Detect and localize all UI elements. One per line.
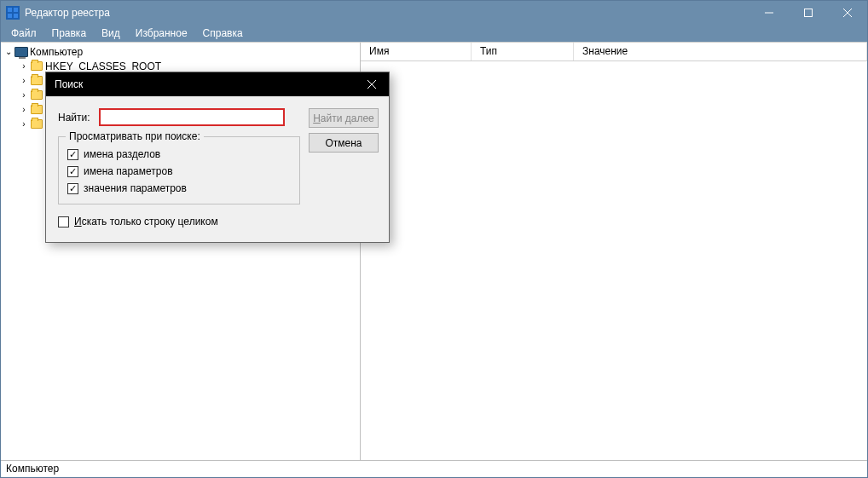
folder-icon <box>30 118 43 130</box>
checkbox-row-wholestring[interactable]: ИИскать только строку целикомскать тольк… <box>58 213 300 230</box>
chevron-right-icon[interactable]: › <box>18 105 30 114</box>
svg-rect-1 <box>805 9 813 17</box>
find-dialog: Поиск Найти: Просматривать при поиске: <box>45 72 390 243</box>
dialog-left: Найти: Просматривать при поиске: имена р… <box>58 108 300 230</box>
chevron-right-icon[interactable]: › <box>18 76 30 85</box>
app-window: Редактор реестра Файл Правка Вид Избранн… <box>0 0 868 478</box>
content-area: ⌄ Компьютер › HKEY_CLASSES_ROOT › › › <box>1 42 867 460</box>
statusbar: Компьютер <box>1 460 867 477</box>
tree-label-hkcr: HKEY_CLASSES_ROOT <box>45 60 161 72</box>
cancel-button[interactable]: Отмена <box>309 133 379 153</box>
chevron-down-icon[interactable]: ⌄ <box>3 47 14 56</box>
checkbox-data[interactable] <box>67 183 78 194</box>
folder-icon <box>30 60 43 72</box>
checkbox-keys[interactable] <box>67 149 78 160</box>
checkbox-row-data[interactable]: значения параметров <box>67 180 291 197</box>
lookat-groupbox: Просматривать при поиске: имена разделов… <box>58 136 300 204</box>
list-pane: Имя Тип Значение <box>361 43 867 460</box>
statusbar-path: Компьютер <box>6 463 59 475</box>
folder-icon <box>30 75 43 87</box>
tree-label-computer: Компьютер <box>30 46 83 58</box>
column-name[interactable]: Имя <box>361 43 472 60</box>
regedit-app-icon <box>6 6 20 20</box>
menu-edit[interactable]: Правка <box>45 26 94 41</box>
folder-icon <box>30 89 43 101</box>
findnext-button[interactable]: Найти далее <box>309 108 379 128</box>
chevron-right-icon[interactable]: › <box>18 61 30 71</box>
menu-view[interactable]: Вид <box>95 26 127 41</box>
dialog-title: Поиск <box>55 78 355 90</box>
dialog-titlebar[interactable]: Поиск <box>46 72 389 96</box>
minimize-button[interactable] <box>749 1 789 25</box>
chevron-right-icon[interactable]: › <box>18 119 30 129</box>
computer-icon <box>14 46 28 58</box>
dialog-body: Найти: Просматривать при поиске: имена р… <box>46 96 389 242</box>
menu-file[interactable]: Файл <box>4 26 43 41</box>
checkbox-wholestring[interactable] <box>58 216 69 227</box>
checkbox-label-wholestring: ИИскать только строку целикомскать тольк… <box>74 216 218 227</box>
find-row: Найти: <box>58 108 300 126</box>
menu-help[interactable]: Справка <box>196 26 250 41</box>
window-title: Редактор реестра <box>25 7 749 19</box>
checkbox-values[interactable] <box>67 166 78 177</box>
column-value[interactable]: Значение <box>574 43 867 60</box>
checkbox-row-values[interactable]: имена параметров <box>67 163 291 180</box>
find-input[interactable] <box>99 108 285 126</box>
tree-item-computer[interactable]: ⌄ Компьютер <box>1 44 360 59</box>
window-controls <box>749 1 867 25</box>
dialog-buttons: Найти далее Отмена <box>309 108 379 230</box>
close-icon <box>367 80 376 89</box>
minimize-icon <box>765 9 773 17</box>
maximize-icon <box>804 9 813 17</box>
list-body[interactable] <box>361 61 867 460</box>
checkbox-label-keys: имена разделов <box>84 148 160 160</box>
titlebar: Редактор реестра <box>1 1 867 25</box>
checkbox-row-keys[interactable]: имена разделов <box>67 146 291 163</box>
checkbox-label-data: значения параметров <box>84 182 187 194</box>
groupbox-legend: Просматривать при поиске: <box>66 130 204 142</box>
checkbox-label-values: имена параметров <box>84 165 173 177</box>
find-label: Найти: <box>58 112 90 124</box>
folder-icon <box>30 104 43 116</box>
close-icon <box>843 9 852 17</box>
list-header: Имя Тип Значение <box>361 43 867 61</box>
dialog-close-button[interactable] <box>355 72 389 96</box>
maximize-button[interactable] <box>789 1 828 25</box>
chevron-right-icon[interactable]: › <box>18 90 30 100</box>
column-type[interactable]: Тип <box>472 43 574 60</box>
close-button[interactable] <box>828 1 867 25</box>
menu-favorites[interactable]: Избранное <box>129 26 194 41</box>
menubar: Файл Правка Вид Избранное Справка <box>1 25 867 42</box>
